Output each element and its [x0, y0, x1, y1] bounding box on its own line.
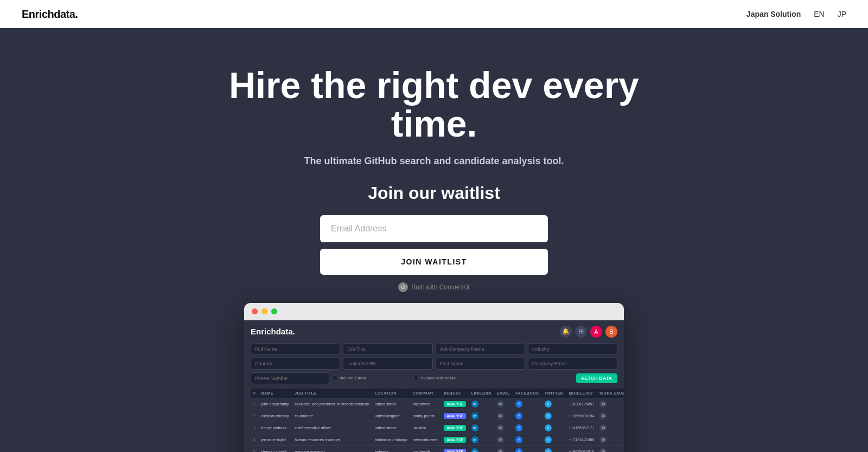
- cell-work-email: ✉: [597, 445, 624, 452]
- filter-phone[interactable]: [251, 372, 329, 384]
- cell-location: united states: [372, 422, 410, 434]
- include-email-label: Include Email: [340, 376, 366, 380]
- nav-japan-solution[interactable]: Japan Solution: [746, 10, 801, 18]
- browser-bar: [244, 303, 624, 320]
- filter-row-2: [251, 358, 617, 370]
- cell-insight: ANALYSE: [441, 445, 468, 452]
- col-linkedin: LINKEDIN: [469, 389, 494, 398]
- filter-jobtitle[interactable]: [343, 343, 432, 355]
- cell-num: 2: [251, 410, 258, 422]
- cell-linkedin: in: [469, 410, 494, 422]
- cell-facebook: f: [513, 410, 542, 422]
- nav-jp[interactable]: JP: [838, 10, 846, 18]
- filter-email[interactable]: [528, 358, 617, 370]
- filter-linkedin[interactable]: [343, 358, 432, 370]
- cell-facebook: f: [513, 398, 542, 410]
- cell-work-email: ✉: [597, 410, 624, 422]
- table-row: 5 stephan stansfi program manager bulgar…: [251, 445, 624, 452]
- cell-mobile: +13669096194: [566, 410, 597, 422]
- cell-num: 1: [251, 398, 258, 410]
- cell-name: france pedraza: [258, 422, 292, 434]
- join-waitlist-button[interactable]: JOIN WAITLIST: [320, 249, 548, 275]
- cell-linkedin: in: [469, 422, 494, 434]
- col-name: NAME: [258, 389, 292, 398]
- fetch-data-button[interactable]: FETCH DATA: [576, 373, 617, 383]
- nav-en[interactable]: EN: [814, 10, 824, 18]
- cell-email-icon: ✉: [494, 445, 513, 452]
- cell-facebook: f: [513, 434, 542, 445]
- cell-insight: ANALYSE: [441, 410, 468, 422]
- cell-mobile: +14155357171: [566, 422, 597, 434]
- cell-linkedin: in: [469, 445, 494, 452]
- cell-work-email: ✉: [597, 422, 624, 434]
- app-icon-group: 🔔 ⊞ A B: [560, 326, 617, 338]
- data-table: # NAME JOB TITLE LOCATION COMPANY INSIGH…: [251, 389, 624, 452]
- col-company: COMPANY: [410, 389, 441, 398]
- cell-name: john beauchamp: [258, 398, 292, 410]
- cell-insight: ANALYSE: [441, 398, 468, 410]
- cell-facebook: f: [513, 445, 542, 452]
- cell-name: jermaine taylor: [258, 434, 292, 445]
- col-email: EMAIL: [494, 389, 513, 398]
- cell-email-icon: ✉: [494, 422, 513, 434]
- filter-industry[interactable]: [528, 343, 617, 355]
- app-logo: Enrichdata.: [251, 327, 295, 336]
- cell-num: 5: [251, 445, 258, 452]
- filter-firstname[interactable]: [436, 358, 525, 370]
- browser-minimize-dot: [261, 308, 267, 314]
- filter-row-3: Include Email Include Mobile No FETCH DA…: [251, 372, 617, 384]
- cell-insight: ANALYSE: [441, 422, 468, 434]
- cell-company: buddy punch: [410, 410, 441, 422]
- filter-row-1: [251, 343, 617, 355]
- logo: Enrichdata.: [22, 8, 78, 21]
- col-twitter: TWITTER: [542, 389, 566, 398]
- include-mobile-check: Include Mobile No: [413, 376, 492, 381]
- browser-window: Enrichdata. 🔔 ⊞ A B: [244, 303, 624, 452]
- cell-title: human resources manager: [292, 434, 372, 445]
- nav-links: Japan Solution EN JP: [746, 10, 846, 18]
- cell-twitter: t: [542, 398, 566, 410]
- cell-title: executive vice president, microsoft amer…: [292, 398, 372, 410]
- cell-work-email: ✉: [597, 434, 624, 445]
- email-checkbox[interactable]: [332, 376, 337, 381]
- cell-num: 3: [251, 422, 258, 434]
- include-mobile-label: Include Mobile No: [421, 376, 456, 380]
- app-header: Enrichdata. 🔔 ⊞ A B: [251, 326, 617, 338]
- filter-company[interactable]: [436, 343, 525, 355]
- avatar2-icon: B: [605, 326, 617, 338]
- cell-mobile: +18675034016: [566, 445, 597, 452]
- cell-num: 4: [251, 434, 258, 445]
- col-insight: INSIGHT: [441, 389, 468, 398]
- table-row: 1 john beauchamp executive vice presiden…: [251, 398, 624, 410]
- cell-title: program manager: [292, 445, 372, 452]
- browser-close-dot: [252, 308, 258, 314]
- cell-linkedin: in: [469, 434, 494, 445]
- cell-name: nicholas murphy: [258, 410, 292, 422]
- filter-country[interactable]: [251, 358, 340, 370]
- cell-company: cvs health: [410, 445, 441, 452]
- cell-location: united kingdom: [372, 410, 410, 422]
- cell-email-icon: ✉: [494, 434, 513, 445]
- email-input[interactable]: [320, 215, 548, 242]
- col-facebook: FACEBOOK: [513, 389, 542, 398]
- filter-fullname[interactable]: [251, 343, 340, 355]
- waitlist-heading: Join our waitlist: [368, 183, 500, 203]
- cell-location: trinidad and tobago: [372, 434, 410, 445]
- convertkit-text: Built with ConvertKit: [411, 283, 469, 291]
- browser-content: Enrichdata. 🔔 ⊞ A B: [244, 320, 624, 452]
- cell-title: co-founder: [292, 410, 372, 422]
- cell-company: invisible: [410, 422, 441, 434]
- col-title: JOB TITLE: [292, 389, 372, 398]
- cell-email-icon: ✉: [494, 410, 513, 422]
- cell-linkedin: in: [469, 398, 494, 410]
- cell-company: intercontinental: [410, 434, 441, 445]
- convertkit-icon: ⊙: [398, 282, 408, 292]
- hero-title: Hire the right dev every time.: [190, 66, 678, 144]
- cell-work-email: ✉: [597, 398, 624, 410]
- mobile-checkbox[interactable]: [413, 376, 419, 381]
- cell-location: united states: [372, 398, 410, 410]
- col-location: LOCATION: [372, 389, 410, 398]
- navbar: Enrichdata. Japan Solution EN JP: [0, 0, 868, 28]
- cell-twitter: t: [542, 445, 566, 452]
- preview-section: Enrichdata. 🔔 ⊞ A B: [233, 303, 635, 452]
